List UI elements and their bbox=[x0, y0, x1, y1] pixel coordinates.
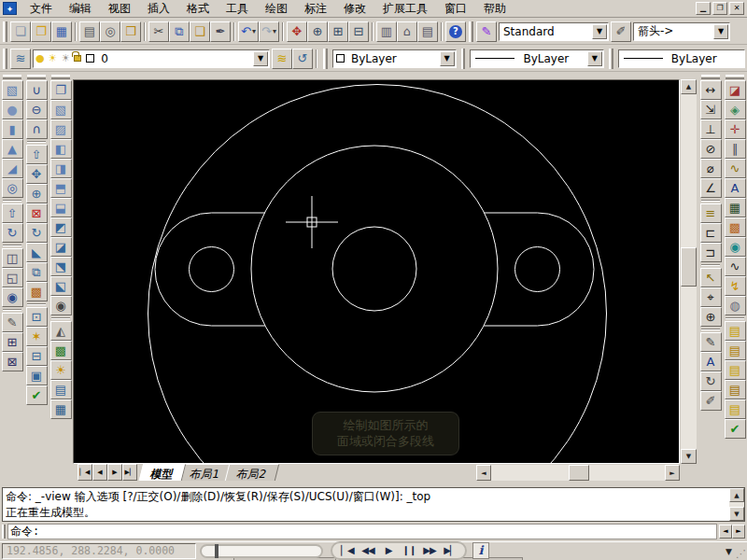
layer-manager-button[interactable]: ≋ bbox=[10, 49, 31, 69]
tab-model[interactable]: 模型 bbox=[139, 464, 186, 481]
named-ucs-button[interactable]: ◍ bbox=[725, 296, 746, 315]
redo-button-dropdown[interactable]: ▾ bbox=[273, 27, 276, 35]
check-button[interactable]: ✔ bbox=[26, 385, 48, 405]
layer-freeze-button[interactable]: ▤ bbox=[725, 360, 746, 380]
zoom-window-button[interactable]: ⊞ bbox=[328, 21, 348, 42]
convert-check-button[interactable]: ✔ bbox=[725, 419, 746, 439]
toolbar-grip[interactable] bbox=[27, 75, 46, 79]
playback-last-button[interactable]: ▶▏ bbox=[441, 543, 459, 558]
open-button[interactable]: ❐ bbox=[31, 21, 51, 42]
toolbar-grip[interactable] bbox=[726, 75, 744, 79]
print-preview-button[interactable]: ◎ bbox=[100, 21, 120, 42]
align-button[interactable]: ✛ bbox=[725, 119, 746, 139]
playback-slider[interactable] bbox=[200, 544, 323, 558]
lineweight-combo[interactable]: ByLayer bbox=[618, 49, 745, 68]
right-view-button[interactable]: ◨ bbox=[50, 159, 72, 178]
tolerance-button[interactable]: ⌖ bbox=[700, 287, 722, 307]
ne-isometric-button[interactable]: ⬔ bbox=[50, 257, 72, 276]
toolbar-grip[interactable] bbox=[701, 75, 720, 79]
layer-isolate-button[interactable]: ▤ bbox=[725, 341, 746, 360]
save-button[interactable]: ▦ bbox=[51, 21, 72, 42]
tab-next-button[interactable]: ▶ bbox=[107, 464, 122, 481]
undo-button[interactable]: ↶▾ bbox=[238, 21, 259, 42]
layer-lock-icon[interactable] bbox=[74, 55, 81, 62]
back-view-button[interactable]: ⬓ bbox=[50, 198, 72, 217]
menu-draw[interactable]: 绘图 bbox=[257, 0, 296, 19]
tab-first-button[interactable]: ▏◀ bbox=[78, 464, 92, 481]
shell-button[interactable]: ▣ bbox=[26, 366, 48, 385]
se-isometric-button[interactable]: ◪ bbox=[50, 237, 72, 257]
dim-style-button[interactable]: ✐ bbox=[611, 21, 631, 42]
toolbar-grip[interactable] bbox=[323, 49, 328, 69]
top-view-button[interactable]: ▧ bbox=[50, 100, 72, 119]
playback-play-button[interactable]: ▶ bbox=[379, 543, 398, 558]
properties-button[interactable]: ▥ bbox=[376, 21, 397, 42]
command-scroll-up-button[interactable]: ▲ bbox=[729, 488, 744, 502]
paste-button[interactable]: ❑ bbox=[190, 21, 210, 42]
layer-lock-button[interactable]: ▤ bbox=[725, 399, 746, 419]
toolbar-grip[interactable] bbox=[3, 21, 7, 42]
setup-drawing-button[interactable]: ✎ bbox=[2, 313, 23, 332]
command-scrollbar[interactable]: ▲ ▼ bbox=[729, 488, 744, 521]
dimension-update-button[interactable]: ↻ bbox=[700, 371, 722, 391]
diameter-dimension-button[interactable]: ⌀ bbox=[700, 159, 722, 178]
right-lug-outline[interactable] bbox=[484, 213, 594, 326]
front-view-button[interactable]: ⬒ bbox=[50, 178, 72, 198]
print-button[interactable]: ▤ bbox=[79, 21, 100, 42]
playback-slider-handle[interactable] bbox=[215, 544, 218, 558]
multiline-button[interactable]: ∥ bbox=[725, 139, 746, 159]
toolbar-grip[interactable] bbox=[51, 75, 70, 79]
3d-orbit-button[interactable]: ◈ bbox=[725, 100, 746, 119]
nw-isometric-button[interactable]: ⬕ bbox=[50, 276, 72, 296]
offset-faces-button[interactable]: ⊕ bbox=[26, 184, 48, 203]
playback-first-button[interactable]: ▏◀ bbox=[338, 543, 357, 558]
dimension-style-button[interactable]: ✐ bbox=[700, 391, 722, 411]
pan-realtime-button[interactable]: ✥ bbox=[287, 21, 307, 42]
edit-spline-button[interactable]: ∿ bbox=[725, 159, 746, 178]
make-layer-current-button[interactable]: ≋ bbox=[272, 49, 292, 69]
dim-style-dropdown-button[interactable]: ▼ bbox=[713, 24, 728, 39]
linear-dimension-button[interactable]: ↔ bbox=[700, 80, 722, 100]
intersect-button[interactable]: ∩ bbox=[26, 119, 48, 139]
restore-button[interactable]: ❐ bbox=[712, 2, 727, 15]
cone-button[interactable]: ▲ bbox=[2, 139, 23, 159]
prompt-scroll-right-button[interactable]: ► bbox=[732, 525, 745, 539]
subtract-button[interactable]: ⊖ bbox=[26, 100, 48, 119]
background-button[interactable]: ▦ bbox=[50, 399, 72, 419]
camera-button[interactable]: ◉ bbox=[50, 296, 72, 315]
dim-style-combo[interactable]: 箭头-> ▼ bbox=[633, 22, 730, 41]
layer-previous-button[interactable]: ↺ bbox=[292, 49, 313, 69]
undo-button-dropdown[interactable]: ▾ bbox=[252, 27, 256, 35]
menu-insert[interactable]: 插入 bbox=[139, 0, 178, 19]
playback-pause-button[interactable]: ❙❙ bbox=[400, 543, 418, 558]
close-button[interactable]: ✕ bbox=[729, 2, 744, 15]
lights-button[interactable]: ☀ bbox=[50, 360, 72, 380]
color-combo[interactable]: ByLayer ▼ bbox=[332, 49, 457, 68]
setup-view-button[interactable]: ⊞ bbox=[2, 332, 23, 352]
toolpalettes-button[interactable]: ▤ bbox=[417, 21, 438, 42]
materials-button[interactable]: ▤ bbox=[50, 380, 72, 399]
minimize-button[interactable]: ▁ bbox=[696, 2, 711, 15]
drawing-canvas[interactable]: 绘制如图所示的 面域或闭合多段线 bbox=[73, 79, 680, 464]
layer-freeze-sun-icon[interactable]: ☀ bbox=[49, 52, 58, 64]
continue-dimension-button[interactable]: ⊐ bbox=[700, 243, 722, 262]
box-button[interactable]: ▧ bbox=[2, 80, 23, 100]
color-dropdown-button[interactable]: ▼ bbox=[440, 51, 455, 66]
scroll-left-button[interactable]: ◄ bbox=[476, 465, 491, 481]
angular-dimension-button[interactable]: ∠ bbox=[700, 178, 722, 198]
tab-layout1[interactable]: 布局1 bbox=[178, 464, 233, 481]
taper-faces-button[interactable]: ◣ bbox=[26, 243, 48, 262]
baseline-dimension-button[interactable]: ⊏ bbox=[700, 223, 722, 243]
zoom-realtime-button[interactable]: ⊕ bbox=[307, 21, 328, 42]
menu-window[interactable]: 窗口 bbox=[436, 0, 475, 19]
center-hole-circle[interactable] bbox=[332, 227, 416, 311]
tab-last-button[interactable]: ▶▏ bbox=[122, 464, 137, 481]
sphere-preview-button[interactable]: ◉ bbox=[725, 237, 746, 257]
dimension-edit-button[interactable]: ✎ bbox=[700, 332, 722, 352]
layer-match-button[interactable]: ▤ bbox=[725, 321, 746, 341]
text-style-combo[interactable]: Standard ▼ bbox=[499, 22, 609, 41]
sphere-button[interactable]: ● bbox=[2, 100, 23, 119]
designcenter-button[interactable]: ⌂ bbox=[397, 21, 417, 42]
hide-button[interactable]: ◭ bbox=[50, 321, 72, 341]
app-icon[interactable]: ✦ bbox=[3, 2, 17, 15]
